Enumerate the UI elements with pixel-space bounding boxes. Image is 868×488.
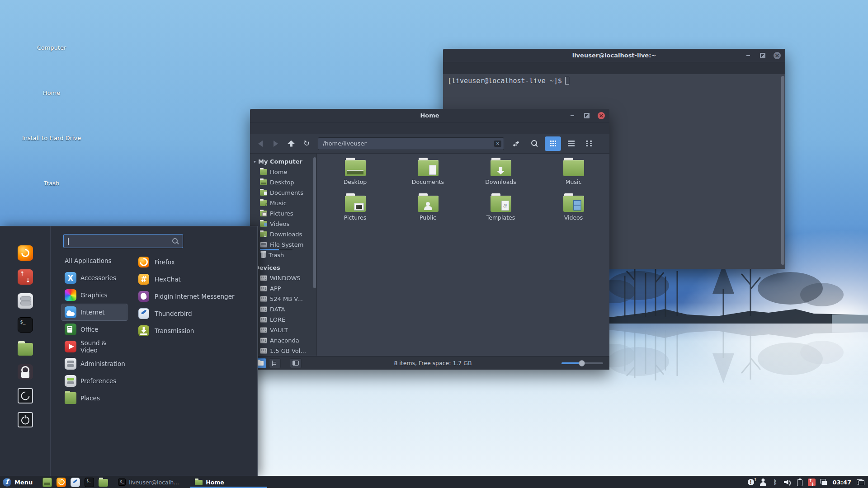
software-updates-icon[interactable] [18,269,33,285]
up-button[interactable] [284,137,298,150]
menu-item[interactable] [476,67,485,70]
minimize-button[interactable] [745,52,752,59]
category-item[interactable]: Internet [61,304,127,321]
app-item[interactable]: Firefox [138,253,251,271]
sidebar-item[interactable]: Downloads [250,229,316,239]
category-item[interactable]: Office [61,321,127,338]
search-button[interactable] [527,137,542,150]
terminal-titlebar[interactable]: liveuser@localhost-live:~ [443,49,785,62]
notification-icon[interactable]: 1 [747,478,755,486]
volume-icon[interactable] [783,478,792,486]
path-input[interactable] [318,137,504,150]
logout-icon[interactable] [18,388,33,404]
sidebar-item[interactable]: VAULT [250,325,316,335]
user-icon[interactable] [759,478,767,486]
folder-item[interactable]: Videos [537,194,610,230]
zoom-slider[interactable] [561,359,603,368]
sidebar-item[interactable]: 1.5 GB Vol... [250,346,316,356]
window-selector-icon[interactable] [856,478,864,486]
files-fav-icon[interactable] [18,343,33,356]
menu-item[interactable] [293,127,302,130]
sidebar-item[interactable]: DATA [250,304,316,314]
menu-item[interactable] [283,127,292,130]
desktop-icon[interactable]: Home [30,65,73,106]
taskbar-window-button[interactable]: Home [190,476,267,488]
list-view-button[interactable] [563,136,579,151]
close-button[interactable] [774,52,781,59]
category-item[interactable]: Graphics [61,286,127,304]
network-icon[interactable] [820,478,828,486]
sidebar-item[interactable]: APP [250,283,316,294]
clear-path-icon[interactable]: × [494,141,501,147]
menu-item[interactable] [486,67,495,70]
sidebar-item[interactable]: Trash [250,250,316,260]
maximize-button[interactable] [583,112,590,119]
maximize-button[interactable] [759,52,766,59]
app-item[interactable]: Pidgin Internet Messenger [138,288,251,305]
menu-item[interactable] [303,127,311,130]
menu-item[interactable] [447,67,455,70]
taskbar-window-button[interactable]: liveuser@localh... [113,476,190,488]
menu-item[interactable] [264,127,272,130]
menu-item[interactable] [254,127,262,130]
show-desktop-icon[interactable] [42,478,52,487]
sidebar-item[interactable]: Documents [250,188,316,198]
desktop-icon[interactable]: Trash [30,155,73,197]
folder-item[interactable]: Templates [464,194,537,230]
files-mini-icon[interactable] [99,479,108,487]
file-manager-titlebar[interactable]: Home [250,109,609,122]
thunderbird-mini-icon[interactable] [71,478,80,487]
folder-item[interactable]: Pictures [319,194,392,230]
shutdown-icon[interactable] [18,412,33,427]
sidebar-section-devices[interactable]: Devices [250,263,316,273]
category-item[interactable]: Preferences [61,372,127,389]
minimize-button[interactable] [569,112,576,119]
toggle-location-entry-button[interactable] [510,137,524,150]
category-item[interactable]: Accessories [61,269,127,286]
folder-item[interactable]: Public [392,194,464,230]
sidebar-item[interactable]: Anaconda [250,335,316,346]
battery-icon[interactable] [796,478,804,486]
folder-item[interactable]: Music [537,158,610,194]
app-item[interactable]: HexChat [138,271,251,288]
sidebar-scrollbar[interactable] [313,157,316,288]
toggle-sidebar-button[interactable] [290,358,302,368]
sidebar-item[interactable]: Music [250,198,316,208]
folder-item[interactable]: Desktop [319,158,392,194]
desktop-icon[interactable]: Install to Hard Drive [30,110,73,151]
menu-item[interactable] [467,67,475,70]
app-item[interactable]: Thunderbird [138,305,251,322]
close-button[interactable] [598,112,605,119]
sidebar-item[interactable]: Desktop [250,177,316,188]
menu-item[interactable] [496,67,505,70]
sidebar-item[interactable]: 524 MB V... [250,294,316,304]
sidebar-section-my-computer[interactable]: ▾ My Computer [250,156,316,167]
treeview-sidebar-button[interactable] [269,358,281,368]
system-settings-icon[interactable] [18,293,33,309]
forward-button[interactable] [269,137,283,150]
file-manager-view[interactable]: Desktop Documents Downloads Music [317,154,609,356]
menu-item[interactable] [274,127,282,130]
sidebar-item[interactable]: WINDOWS [250,273,316,283]
refresh-button[interactable]: ↻ [300,137,313,150]
terminal-mini-icon[interactable] [85,478,94,487]
firefox-icon[interactable] [18,245,33,261]
updates-icon[interactable] [808,479,816,486]
desktop-icon[interactable]: Computer [30,20,73,61]
zoom-slider-knob[interactable] [579,360,585,366]
clock[interactable]: 03:47 [833,479,851,486]
category-item[interactable]: All Applications [61,252,127,269]
expander-icon[interactable]: ▾ [254,159,256,164]
grid-view-button[interactable] [545,136,561,151]
back-button[interactable] [254,137,267,150]
bluetooth-icon[interactable] [771,478,779,486]
sidebar-item[interactable]: Pictures [250,208,316,219]
folder-item[interactable]: Downloads [464,158,537,194]
category-item[interactable]: Administration [61,355,127,372]
category-item[interactable]: Sound & Video [61,338,127,355]
compact-view-button[interactable] [581,136,597,151]
firefox-mini-icon[interactable] [57,478,66,487]
sidebar-item[interactable]: LORE [250,314,316,325]
search-input[interactable] [64,235,183,248]
sidebar-item[interactable]: Videos [250,219,316,229]
